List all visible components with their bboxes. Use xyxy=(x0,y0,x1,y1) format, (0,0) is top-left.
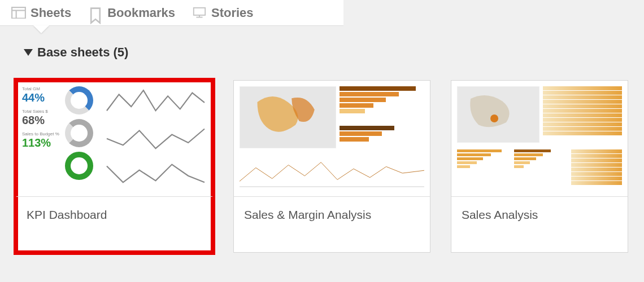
chevron-down-icon xyxy=(24,49,33,56)
tab-indicator-icon xyxy=(33,25,49,33)
kpi-label: Sales to Budget % xyxy=(22,131,62,136)
card-thumbnail xyxy=(451,81,628,197)
kpi-metric: Total Sales $ 68% xyxy=(22,109,62,127)
card-title: Sales & Margin Analysis xyxy=(234,197,430,252)
sheets-icon xyxy=(11,7,26,19)
kpi-value: 68% xyxy=(22,114,62,127)
donut-chart-icon xyxy=(65,86,93,114)
kpi-label: Total GM xyxy=(22,86,62,91)
map-icon xyxy=(457,86,539,143)
tab-stories[interactable]: Stories xyxy=(192,0,254,25)
bar-chart-icon xyxy=(514,149,567,185)
table-icon xyxy=(543,86,622,143)
map-icon xyxy=(240,86,336,148)
card-sales-analysis[interactable]: Sales Analysis xyxy=(451,80,628,253)
tab-bookmarks[interactable]: Bookmarks xyxy=(88,0,175,25)
tab-bookmarks-label: Bookmarks xyxy=(107,6,175,20)
stories-icon xyxy=(192,7,207,19)
bar-chart-icon xyxy=(340,86,424,148)
bar-chart-icon xyxy=(457,149,510,185)
svg-rect-0 xyxy=(12,7,25,18)
tab-stories-label: Stories xyxy=(211,6,254,20)
line-chart-icon xyxy=(240,156,424,191)
card-kpi-dashboard[interactable]: Total GM 44% Total Sales $ 68% Sales to … xyxy=(16,80,213,253)
svg-point-7 xyxy=(490,114,498,122)
section-title: Base sheets (5) xyxy=(37,45,128,60)
kpi-label: Total Sales $ xyxy=(22,109,62,114)
cards-container: Total GM 44% Total Sales $ 68% Sales to … xyxy=(0,69,644,264)
kpi-value: 113% xyxy=(22,136,62,149)
card-thumbnail: Total GM 44% Total Sales $ 68% Sales to … xyxy=(16,81,212,197)
kpi-metric: Sales to Budget % 113% xyxy=(22,131,62,149)
kpi-value: 44% xyxy=(22,91,62,104)
sparkline-group xyxy=(105,86,207,191)
card-title: Sales Analysis xyxy=(451,197,628,252)
donut-chart-icon xyxy=(65,119,93,147)
section-header[interactable]: Base sheets (5) xyxy=(0,26,644,69)
svg-rect-3 xyxy=(194,7,205,15)
card-title: KPI Dashboard xyxy=(16,197,212,252)
top-tabs: Sheets Bookmarks Stories xyxy=(0,0,343,26)
table-icon xyxy=(571,149,622,185)
tab-sheets-label: Sheets xyxy=(31,6,71,20)
card-thumbnail xyxy=(234,81,430,197)
tab-sheets[interactable]: Sheets xyxy=(11,0,71,25)
bookmark-icon xyxy=(88,7,103,19)
card-sales-margin-analysis[interactable]: Sales & Margin Analysis xyxy=(233,80,430,253)
donut-chart-icon xyxy=(65,152,93,180)
kpi-metric: Total GM 44% xyxy=(22,86,62,104)
